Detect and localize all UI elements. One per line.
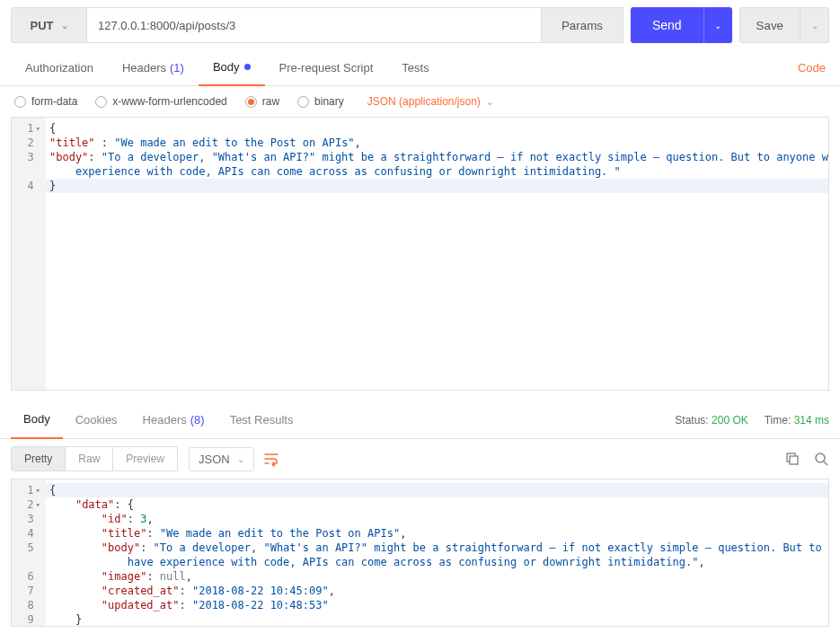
chevron-down-icon: ⌄ [486,97,493,107]
time-value: 314 ms [794,414,829,427]
status-area: Status: 200 OK Time: 314 ms [675,414,829,427]
headers-count: (1) [170,61,184,75]
radio-form-data[interactable]: form-data [14,95,77,108]
line-gutter: 1▾ 2 3 4 [12,118,46,390]
radio-binary[interactable]: binary [297,95,344,108]
svg-point-2 [816,453,825,462]
tab-body[interactable]: Body [199,50,265,86]
response-body-editor[interactable]: 1▾ 2▾ 3 4 5 6 7 8 9 10 { "data": { "id":… [11,479,829,627]
code-area: { "data": { "id": 3, "title": "We made a… [46,479,829,626]
tab-tests[interactable]: Tests [387,50,443,86]
tab-test-results[interactable]: Test Results [217,401,306,439]
radio-raw[interactable]: raw [245,95,279,108]
view-preview[interactable]: Preview [113,446,178,471]
chevron-down-icon: ⌄ [237,454,244,464]
radio-icon [14,96,26,108]
body-type-selector: form-data x-www-form-urlencoded raw bina… [0,86,840,117]
wrap-lines-button[interactable] [263,451,279,467]
search-icon[interactable] [813,451,829,467]
params-button[interactable]: Params [542,7,623,43]
code-area: { "title" : "We made an edit to the Post… [46,118,829,390]
radio-icon [95,96,107,108]
send-dropdown[interactable]: ⌄ [703,7,732,43]
url-input[interactable] [87,7,542,43]
content-type-dropdown[interactable]: JSON (application/json) ⌄ [367,95,493,108]
unsaved-dot-icon [244,64,251,70]
radio-icon [297,96,309,108]
svg-rect-1 [790,456,798,464]
chevron-down-icon: ⌄ [714,21,721,31]
chevron-down-icon: ⌄ [61,21,68,31]
tab-headers[interactable]: Headers (1) [108,50,199,86]
svg-line-3 [824,462,827,465]
tab-authorization[interactable]: Authorization [11,50,108,86]
radio-urlencoded[interactable]: x-www-form-urlencoded [95,95,226,108]
tab-pre-request[interactable]: Pre-request Script [265,50,388,86]
response-tabs: Body Cookies Headers (8) Test Results St… [0,401,840,439]
method-dropdown[interactable]: PUT ⌄ [11,7,87,43]
tab-response-body[interactable]: Body [11,401,63,439]
tab-response-headers[interactable]: Headers (8) [130,401,217,439]
response-controls: Pretty Raw Preview JSON ⌄ [0,439,840,479]
request-tabs: Authorization Headers (1) Body Pre-reque… [0,50,840,86]
view-raw[interactable]: Raw [66,446,113,471]
format-dropdown[interactable]: JSON ⌄ [189,447,254,471]
save-button[interactable]: Save [739,7,800,43]
radio-icon [245,96,257,108]
code-link[interactable]: Code [798,61,829,75]
chevron-down-icon: ⌄ [811,21,818,31]
request-body-editor[interactable]: 1▾ 2 3 4 { "title" : "We made an edit to… [11,117,829,391]
status-value: 200 OK [712,414,748,427]
save-dropdown[interactable]: ⌄ [800,7,829,43]
method-label: PUT [31,19,54,32]
wrap-icon [263,451,279,467]
send-button[interactable]: Send [631,7,703,43]
copy-icon[interactable] [784,451,800,467]
tab-cookies[interactable]: Cookies [63,401,130,439]
view-pretty[interactable]: Pretty [11,446,66,471]
response-headers-count: (8) [190,413,205,427]
line-gutter: 1▾ 2▾ 3 4 5 6 7 8 9 10 [12,479,46,626]
